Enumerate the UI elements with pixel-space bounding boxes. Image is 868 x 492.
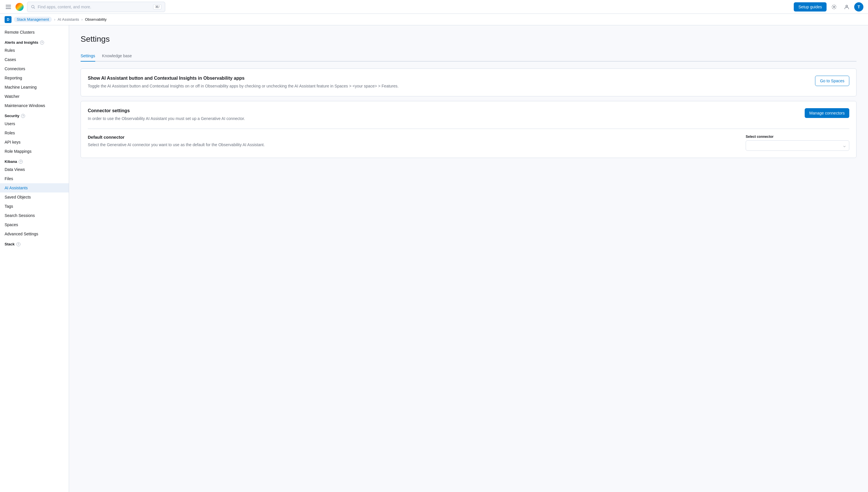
- sidebar-item-machine-learning[interactable]: Machine Learning: [0, 82, 69, 92]
- breadcrumb-ai-assistants[interactable]: AI Assistants: [57, 17, 79, 22]
- top-nav: Find apps, content, and more. ⌘/ Setup g…: [0, 0, 868, 14]
- nav-right: Setup guides T: [794, 2, 863, 12]
- gear-icon: [831, 4, 837, 9]
- setup-guides-button[interactable]: Setup guides: [794, 2, 826, 11]
- hamburger-d-badge: D: [5, 16, 11, 23]
- sidebar-section-stack: Stack ?: [0, 239, 69, 247]
- user-icon: [844, 4, 849, 9]
- svg-line-1: [34, 7, 35, 8]
- search-bar[interactable]: Find apps, content, and more. ⌘/: [27, 2, 165, 12]
- security-help-icon[interactable]: ?: [21, 114, 25, 118]
- breadcrumb-sep-2: ›: [81, 17, 82, 22]
- page-title: Settings: [80, 34, 857, 44]
- sidebar-item-reporting[interactable]: Reporting: [0, 73, 69, 82]
- sidebar-item-cases[interactable]: Cases: [0, 55, 69, 64]
- svg-point-3: [846, 5, 848, 7]
- tab-settings[interactable]: Settings: [80, 51, 95, 62]
- ai-assistant-card-action: Go to Spaces: [815, 76, 849, 86]
- sidebar-item-remote-clusters[interactable]: Remote Clusters: [0, 28, 69, 37]
- tab-knowledge-base[interactable]: Knowledge base: [102, 51, 132, 62]
- main-layout: Remote Clusters Alerts and Insights ? Ru…: [0, 25, 868, 492]
- sidebar: Remote Clusters Alerts and Insights ? Ru…: [0, 25, 69, 492]
- breadcrumb: D Stack Management › AI Assistants › Obs…: [0, 14, 868, 25]
- sidebar-item-data-views[interactable]: Data Views: [0, 165, 69, 174]
- breadcrumb-observability: Observability: [85, 17, 106, 22]
- hamburger-icon: [6, 5, 11, 9]
- select-connector-label: Select connector: [746, 134, 849, 139]
- sidebar-item-connectors[interactable]: Connectors: [0, 64, 69, 73]
- sidebar-item-roles[interactable]: Roles: [0, 128, 69, 138]
- sidebar-item-users[interactable]: Users: [0, 119, 69, 128]
- connector-sub-right: Select connector ⌵: [746, 134, 849, 151]
- breadcrumb-stack-management[interactable]: Stack Management: [14, 17, 52, 22]
- user-avatar[interactable]: T: [854, 2, 863, 11]
- sidebar-item-advanced-settings[interactable]: Advanced Settings: [0, 229, 69, 239]
- elastic-logo[interactable]: [16, 3, 24, 11]
- elastic-logo-circle: [16, 3, 24, 11]
- svg-point-2: [834, 6, 835, 7]
- connector-card-action: Manage connectors: [805, 108, 849, 118]
- settings-icon-button[interactable]: [829, 2, 839, 12]
- sidebar-item-maintenance-windows[interactable]: Maintenance Windows: [0, 101, 69, 110]
- sidebar-item-saved-objects[interactable]: Saved Objects: [0, 193, 69, 202]
- ai-assistant-card-description: Toggle the AI Assistant button and Conte…: [88, 83, 808, 89]
- search-placeholder: Find apps, content, and more.: [38, 5, 151, 9]
- connector-card-description: In order to use the Observability AI Ass…: [88, 116, 805, 122]
- connector-card-content: Connector settings In order to use the O…: [88, 108, 805, 122]
- tabs: Settings Knowledge base: [80, 51, 857, 62]
- ai-assistant-card-title: Show AI Assistant button and Contextual …: [88, 76, 808, 81]
- sidebar-item-ai-assistants[interactable]: AI Assistants: [0, 183, 69, 193]
- main-content: Settings Settings Knowledge base Show AI…: [69, 25, 868, 492]
- sidebar-item-files[interactable]: Files: [0, 174, 69, 183]
- kibana-help-icon[interactable]: ?: [19, 160, 23, 164]
- sidebar-item-spaces[interactable]: Spaces: [0, 220, 69, 229]
- connector-sub-left: Default connector Select the Generative …: [88, 134, 734, 148]
- sidebar-item-tags[interactable]: Tags: [0, 202, 69, 211]
- default-connector-title: Default connector: [88, 134, 734, 140]
- go-to-spaces-button[interactable]: Go to Spaces: [815, 76, 849, 86]
- ai-assistant-card-content: Show AI Assistant button and Contextual …: [88, 76, 808, 89]
- connector-card-title: Connector settings: [88, 108, 805, 113]
- sidebar-section-security: Security ?: [0, 110, 69, 119]
- stack-help-icon[interactable]: ?: [17, 242, 20, 246]
- breadcrumb-sep-1: ›: [54, 17, 55, 22]
- hamburger-button[interactable]: [5, 4, 12, 10]
- select-connector-dropdown[interactable]: ⌵: [746, 141, 849, 151]
- default-connector-description: Select the Generative AI connector you w…: [88, 142, 734, 148]
- search-shortcut: ⌘/: [153, 4, 162, 9]
- ai-assistant-card: Show AI Assistant button and Contextual …: [80, 69, 857, 96]
- alerts-help-icon[interactable]: ?: [40, 41, 44, 45]
- connector-card-header: Connector settings In order to use the O…: [88, 108, 849, 122]
- search-icon: [31, 5, 35, 9]
- sidebar-item-api-keys[interactable]: API keys: [0, 138, 69, 147]
- user-menu-button[interactable]: [842, 2, 852, 12]
- sidebar-item-rules[interactable]: Rules: [0, 46, 69, 55]
- connector-settings-card: Connector settings In order to use the O…: [80, 101, 857, 158]
- sidebar-item-watcher[interactable]: Watcher: [0, 92, 69, 101]
- sidebar-item-search-sessions[interactable]: Search Sessions: [0, 211, 69, 220]
- sidebar-section-alerts: Alerts and Insights ?: [0, 37, 69, 46]
- sidebar-item-role-mappings[interactable]: Role Mappings: [0, 147, 69, 156]
- sidebar-section-kibana: Kibana ?: [0, 156, 69, 165]
- manage-connectors-button[interactable]: Manage connectors: [805, 108, 849, 118]
- chevron-down-icon: ⌵: [843, 143, 846, 148]
- connector-sub-section: Default connector Select the Generative …: [88, 129, 849, 151]
